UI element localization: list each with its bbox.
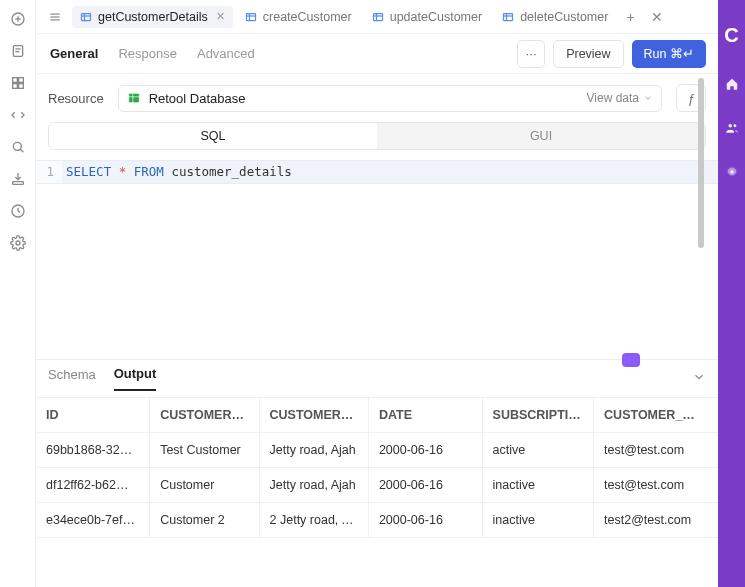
menu-icon[interactable] <box>42 8 68 26</box>
sub-tab-general[interactable]: General <box>48 42 100 65</box>
keyword-from: FROM <box>134 164 164 179</box>
seg-sql[interactable]: SQL <box>49 123 377 149</box>
col-subscription[interactable]: SUBSCRIPTI… <box>482 398 594 433</box>
tab-getcustomerdetails[interactable]: getCustomerDetails ✕ <box>72 6 233 28</box>
history-icon[interactable] <box>9 202 27 220</box>
cell-email: test@test.com <box>594 468 718 503</box>
tab-label: deleteCustomer <box>520 10 608 24</box>
svg-rect-8 <box>12 84 17 89</box>
svg-point-34 <box>728 124 732 128</box>
svg-rect-9 <box>18 84 23 89</box>
chevron-down-icon <box>643 93 653 103</box>
tab-bar: getCustomerDetails ✕ createCustomer upda… <box>36 0 718 34</box>
database-icon <box>127 91 141 105</box>
resource-select[interactable]: Retool Database View data <box>118 85 662 112</box>
table-icon <box>80 11 92 23</box>
right-sidebar: C <box>718 0 745 587</box>
tab-deletecustomer[interactable]: deleteCustomer <box>494 6 616 28</box>
scrollbar[interactable] <box>698 78 704 248</box>
svg-rect-30 <box>128 93 139 102</box>
run-button[interactable]: Run ⌘↵ <box>632 40 706 68</box>
svg-rect-12 <box>12 182 23 185</box>
search-icon[interactable] <box>9 138 27 156</box>
users-icon[interactable] <box>725 121 739 135</box>
cell-email: test@test.com <box>594 433 718 468</box>
add-icon[interactable] <box>9 10 27 28</box>
resizer-badge[interactable] <box>622 353 640 367</box>
sub-tabs: General Response Advanced ··· Preview Ru… <box>36 34 718 74</box>
table-row[interactable]: e34ece0b-7ef… Customer 2 2 Jetty road, A… <box>36 503 718 538</box>
cell-email: test2@test.com <box>594 503 718 538</box>
cell-name: Test Customer <box>150 433 259 468</box>
svg-line-11 <box>20 149 23 152</box>
component-icon[interactable] <box>9 74 27 92</box>
svg-rect-24 <box>373 13 382 20</box>
table-header-row: ID CUSTOMER_… CUSTOMER_… DATE SUBSCRIPTI… <box>36 398 718 433</box>
line-number: 1 <box>36 161 62 183</box>
cell-addr: 2 Jetty road, Aj… <box>259 503 368 538</box>
gear-icon[interactable] <box>725 165 739 179</box>
table-row[interactable]: df12ff62-b62… Customer Jetty road, Ajah … <box>36 468 718 503</box>
download-icon[interactable] <box>9 170 27 188</box>
cell-sub: inactive <box>482 468 594 503</box>
cell-addr: Jetty road, Ajah <box>259 468 368 503</box>
code-editor[interactable]: 1 SELECT * FROM customer_details <box>36 160 718 340</box>
left-rail <box>0 0 36 587</box>
svg-point-14 <box>16 241 20 245</box>
note-icon[interactable] <box>9 42 27 60</box>
resource-name: Retool Database <box>149 91 246 106</box>
col-customer-email[interactable]: CUSTOMER_… <box>594 398 718 433</box>
tab-label: createCustomer <box>263 10 352 24</box>
tab-label: getCustomerDetails <box>98 10 208 24</box>
tab-createcustomer[interactable]: createCustomer <box>237 6 360 28</box>
cell-id: df12ff62-b62… <box>36 468 150 503</box>
star: * <box>119 164 127 179</box>
home-icon[interactable] <box>725 77 739 91</box>
code-icon[interactable] <box>9 106 27 124</box>
identifier: customer_details <box>171 164 291 179</box>
cell-addr: Jetty road, Ajah <box>259 433 368 468</box>
view-data-link[interactable]: View data <box>587 91 653 105</box>
svg-rect-7 <box>18 78 23 83</box>
svg-rect-6 <box>12 78 17 83</box>
cell-date: 2000-06-16 <box>368 433 482 468</box>
sub-tab-advanced[interactable]: Advanced <box>195 42 257 65</box>
tab-updatecustomer[interactable]: updateCustomer <box>364 6 490 28</box>
cell-id: e34ece0b-7ef… <box>36 503 150 538</box>
col-date[interactable]: DATE <box>368 398 482 433</box>
svg-point-35 <box>733 124 736 127</box>
add-tab-button[interactable]: + <box>620 5 640 29</box>
table-icon <box>245 11 257 23</box>
settings-icon[interactable] <box>9 234 27 252</box>
table-icon <box>502 11 514 23</box>
col-id[interactable]: ID <box>36 398 150 433</box>
results-tab-output[interactable]: Output <box>114 366 157 391</box>
cell-name: Customer 2 <box>150 503 259 538</box>
sub-tab-response[interactable]: Response <box>116 42 179 65</box>
run-button-label: Run ⌘↵ <box>644 46 694 61</box>
collapse-icon[interactable] <box>692 370 706 387</box>
resource-label: Resource <box>48 91 104 106</box>
preview-button[interactable]: Preview <box>553 40 623 68</box>
cell-date: 2000-06-16 <box>368 468 482 503</box>
close-panel-button[interactable]: ✕ <box>645 5 669 29</box>
table-row[interactable]: 69bb1868-32… Test Customer Jetty road, A… <box>36 433 718 468</box>
cell-date: 2000-06-16 <box>368 503 482 538</box>
cell-sub: active <box>482 433 594 468</box>
table-icon <box>372 11 384 23</box>
brand-initial: C <box>724 24 738 47</box>
more-button[interactable]: ··· <box>517 40 545 68</box>
col-customer-addr[interactable]: CUSTOMER_… <box>259 398 368 433</box>
output-table[interactable]: ID CUSTOMER_… CUSTOMER_… DATE SUBSCRIPTI… <box>36 398 718 587</box>
tab-label: updateCustomer <box>390 10 482 24</box>
cell-sub: inactive <box>482 503 594 538</box>
cell-id: 69bb1868-32… <box>36 433 150 468</box>
close-icon[interactable]: ✕ <box>216 10 225 23</box>
keyword-select: SELECT <box>66 164 111 179</box>
svg-rect-18 <box>82 13 91 20</box>
results-tab-schema[interactable]: Schema <box>48 367 96 390</box>
mode-segment: SQL GUI <box>48 122 706 150</box>
cell-name: Customer <box>150 468 259 503</box>
seg-gui[interactable]: GUI <box>377 123 705 149</box>
col-customer-name[interactable]: CUSTOMER_… <box>150 398 259 433</box>
